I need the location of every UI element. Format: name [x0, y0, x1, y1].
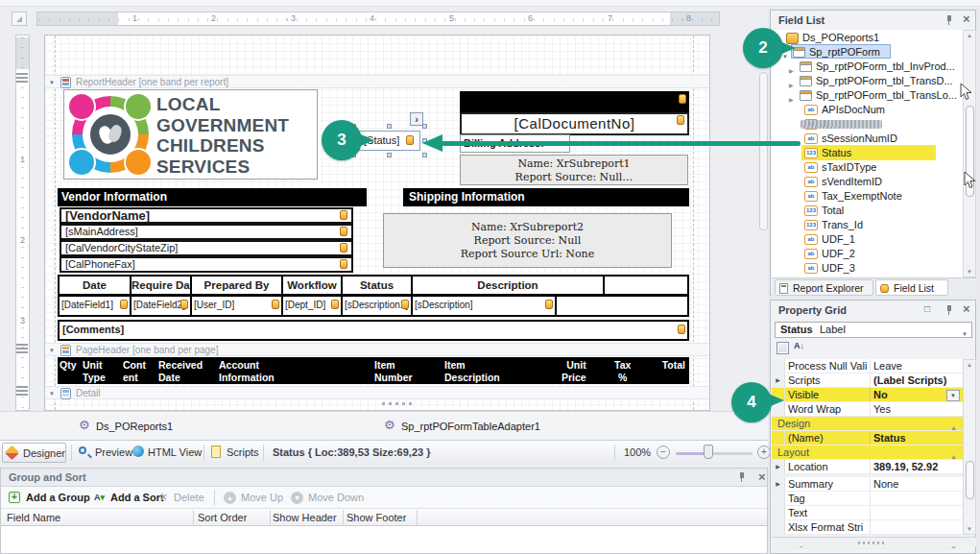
property-row[interactable]: Process Null Vali Leave: [772, 359, 963, 373]
tree-item-field-redacted[interactable]: ab A: [772, 117, 964, 132]
property-value[interactable]: None: [870, 477, 963, 491]
property-row[interactable]: Tag: [772, 492, 963, 506]
component-tableadapter[interactable]: Sp_rptPOFormTableAdapter1: [401, 421, 540, 432]
group-sort-body[interactable]: [1, 526, 767, 553]
field-list-scrollbar[interactable]: ▲ ▼: [963, 30, 976, 277]
tree-item-dataset[interactable]: ▼ Ds_POReports1: [772, 31, 964, 45]
move-up-button[interactable]: Move Up: [241, 492, 283, 503]
zoom-in-button[interactable]: +: [757, 446, 771, 459]
property-grid-scrollbar[interactable]: ▲ ▼: [963, 359, 976, 535]
categorized-icon[interactable]: [777, 342, 789, 354]
scrollbar-thumb[interactable]: [966, 461, 974, 499]
tree-item-field[interactable]: ab UDF_3: [772, 261, 964, 276]
property-row-name[interactable]: (Name) Status: [772, 431, 963, 446]
wf-field-cell[interactable]: [sDescription]: [413, 297, 557, 315]
tree-item-field[interactable]: ab sVendItemID: [772, 175, 964, 189]
wf-field-cell[interactable]: [Dept_ID]: [283, 297, 343, 315]
band-collapse-icon[interactable]: ▼: [49, 348, 55, 353]
tab-report-explorer[interactable]: Report Explorer: [775, 279, 873, 296]
visible-dropdown-button[interactable]: ▼: [946, 390, 960, 401]
pin-icon[interactable]: [738, 471, 746, 482]
wf-header-cell[interactable]: Workflow: [283, 277, 343, 294]
scroll-down-icon[interactable]: ▼: [967, 269, 972, 275]
tree-item-field-status[interactable]: 123 Status: [772, 146, 964, 160]
tree-item-field[interactable]: 123 Total: [772, 204, 964, 218]
zoom-slider-track[interactable]: [676, 452, 753, 455]
detail-columns-bar[interactable]: Qty UnitType Content ReceivedDate Accoun…: [58, 357, 689, 384]
move-down-button[interactable]: Move Down: [308, 492, 364, 503]
object-selector-dropdown[interactable]: Status Label ▼: [775, 322, 972, 338]
workflow-table-row[interactable]: [DateField1] [DateField2] [User_ID] [Dep…: [58, 296, 689, 317]
workflow-table-header[interactable]: Date Require Date Prepared By Workflow S…: [58, 275, 689, 296]
property-row[interactable]: ▶ Summary None: [772, 477, 963, 492]
sort-az-icon[interactable]: A↓: [794, 341, 804, 350]
cal-document-no-label[interactable]: [CalDocumentNo]: [460, 112, 689, 135]
property-row[interactable]: Text: [772, 506, 963, 520]
wf-header-cell[interactable]: Description: [413, 277, 605, 294]
pin-icon[interactable]: [945, 14, 953, 25]
property-value[interactable]: (Label Scripts): [870, 373, 963, 387]
close-icon[interactable]: ×: [963, 303, 970, 315]
tree-item-field[interactable]: ab APIsDocNum: [772, 103, 964, 117]
selection-handle[interactable]: [387, 124, 392, 129]
subreport2-control[interactable]: Name: XrSubreport2 Report Source: Null R…: [383, 213, 672, 268]
tab-html-view[interactable]: HTML View: [148, 446, 202, 460]
designer-vertical-scrollbar[interactable]: [759, 72, 768, 230]
band-collapse-icon[interactable]: ▼: [49, 80, 55, 85]
scroll-up-icon[interactable]: ▲: [967, 33, 972, 38]
vendor-name-field[interactable]: [VendorName]: [60, 207, 353, 224]
vendor-information-header[interactable]: Vendor Information: [58, 188, 367, 206]
wf-header-cell-empty[interactable]: [605, 277, 687, 294]
tree-item-field[interactable]: ab sTaxIDType: [772, 160, 964, 175]
property-value[interactable]: [870, 506, 963, 519]
wf-field-cell[interactable]: [DateField1]: [60, 297, 131, 315]
property-value[interactable]: 389.19, 52.92: [870, 460, 963, 473]
property-row-location[interactable]: ▶ Location 389.19, 52.92: [772, 460, 963, 474]
ruler-corner-button[interactable]: [12, 12, 27, 26]
tree-item-table[interactable]: ▶ Sp_rptPOForm_tbl_TransLo...: [772, 88, 971, 103]
wf-field-cell-empty[interactable]: [557, 297, 687, 315]
selection-handle[interactable]: [387, 153, 392, 157]
tab-preview[interactable]: Preview: [95, 446, 132, 460]
tree-item-field[interactable]: 123 Trans_Id: [772, 218, 964, 232]
column-header-show-header[interactable]: Show Header: [273, 512, 337, 523]
tab-field-list[interactable]: Field List: [875, 279, 948, 296]
band-splitter-handle[interactable]: [16, 73, 28, 83]
vendor-citystatezip-field[interactable]: [CalVendorCityStateZip]: [60, 240, 353, 256]
band-header-detail[interactable]: ▼ Detail: [45, 386, 709, 399]
wf-header-cell[interactable]: Status: [343, 277, 413, 294]
property-row[interactable]: Word Wrap Yes: [772, 402, 963, 417]
band-collapse-icon[interactable]: ▼: [49, 391, 55, 397]
band-splitter-handle[interactable]: [16, 386, 28, 396]
scroll-up-icon[interactable]: ▲: [967, 362, 972, 368]
wf-field-cell[interactable]: [DateField2]: [131, 297, 192, 315]
pin-icon[interactable]: [945, 304, 953, 315]
tab-scripts[interactable]: Scripts: [227, 446, 259, 460]
column-header-show-footer[interactable]: Show Footer: [347, 512, 406, 523]
add-group-button[interactable]: Add a Group: [26, 492, 90, 503]
zoom-out-button[interactable]: −: [657, 446, 670, 459]
band-header-pageheader[interactable]: ▼ PageHeader [one band per page]: [45, 343, 709, 356]
property-value[interactable]: Leave: [870, 359, 963, 373]
delete-button[interactable]: Delete: [174, 492, 204, 503]
tree-item-field[interactable]: ab sSessionNumID: [772, 132, 964, 146]
close-icon[interactable]: ×: [758, 471, 766, 483]
subreport1-control[interactable]: Name: XrSubreport1 Report Source: Null…: [460, 155, 688, 185]
status-smart-tag-button[interactable]: ›: [410, 112, 423, 126]
tree-item-table[interactable]: ▶ Sp_rptPOForm_tbl_InvProd...: [772, 60, 971, 74]
add-sort-button[interactable]: Add a Sort: [110, 492, 164, 503]
component-dataset[interactable]: Ds_POReports1: [96, 421, 173, 432]
wf-field-cell[interactable]: [User_ID]: [192, 297, 283, 315]
property-value[interactable]: Yes: [870, 402, 963, 416]
logo-picture-box[interactable]: LOCAL GOVERNMENT CHILDRENS SERVICES: [63, 89, 318, 180]
property-row[interactable]: Xlsx Format Stri: [772, 520, 963, 535]
wf-header-cell[interactable]: Date: [60, 277, 131, 294]
maximize-icon[interactable]: □: [924, 303, 930, 314]
wf-field-cell[interactable]: [sDescription1]: [343, 297, 413, 315]
shipping-information-header[interactable]: Shipping Information: [403, 188, 689, 206]
property-value[interactable]: Status: [870, 431, 963, 445]
close-icon[interactable]: ×: [963, 13, 970, 25]
property-row[interactable]: ▶ Scripts (Label Scripts): [772, 373, 963, 388]
vendor-phonefax-field[interactable]: [CalPhoneFax]: [60, 256, 353, 273]
title-black-bar[interactable]: [460, 91, 689, 112]
